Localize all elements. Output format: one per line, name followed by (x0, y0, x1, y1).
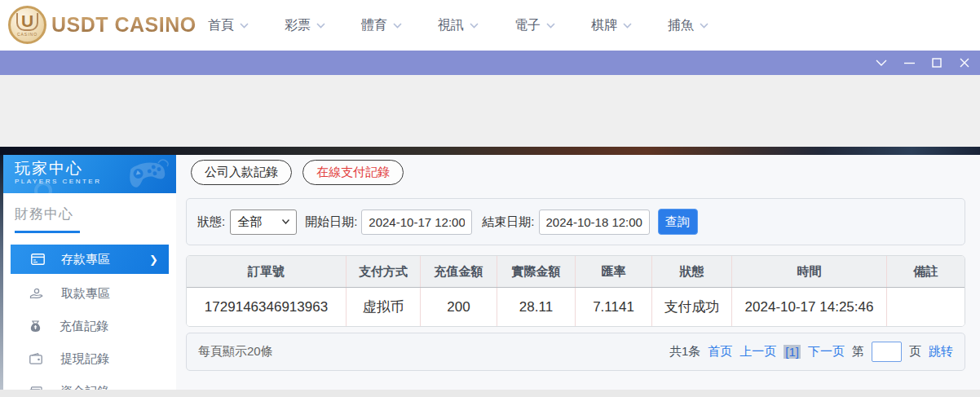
pagination-controls: 共1条 首页 上一页 [1] 下一页 第 页 跳转 (669, 342, 953, 362)
col-header-remark: 備註 (887, 256, 965, 287)
blank-banner-area (0, 75, 980, 147)
sidebar-item-deposit-zone[interactable]: 存款專區 ❯ (11, 245, 169, 274)
nav-label: 棋牌 (591, 17, 617, 34)
first-page-link[interactable]: 首页 (708, 344, 732, 360)
jump-prefix-text: 第 (852, 344, 864, 360)
records-table: 訂單號 支付方式 充值金額 實際金額 匯率 狀態 時間 備註 172914634… (186, 255, 965, 327)
top-navbar: U CASINO USDT CASINO 首頁 彩票 體育 視訊 (0, 0, 980, 51)
table-row: 1729146346913963 虚拟币 200 28.11 7.1141 支付… (187, 288, 965, 326)
sidebar-item-recharge-records[interactable]: 充值記錄 (3, 310, 176, 342)
prev-page-link[interactable]: 上一页 (739, 344, 776, 360)
sidebar-header: 玩家中心 PLAYERS CENTER (3, 155, 176, 193)
nav-label: 彩票 (285, 17, 311, 34)
logo[interactable]: U CASINO USDT CASINO (8, 6, 196, 44)
table-header-row: 訂單號 支付方式 充值金額 實際金額 匯率 狀態 時間 備註 (187, 256, 965, 288)
content-area: 玩家中心 PLAYERS CENTER (0, 155, 980, 390)
col-header-recharge-amount: 充值金額 (421, 256, 497, 287)
nav-label: 電子 (514, 17, 541, 34)
logo-icon: U CASINO (8, 6, 46, 44)
chevron-down-icon (316, 23, 325, 29)
status-select[interactable]: 全部 (230, 210, 297, 235)
sidebar-menu: 取款專區 充值記錄 提現記錄 (3, 277, 176, 397)
sidebar-section: 財務中心 (3, 193, 176, 233)
chevron-down-icon (240, 23, 249, 29)
col-header-actual-amount: 實際金額 (497, 256, 576, 287)
nav-label: 視訊 (438, 17, 464, 34)
sidebar-item-label: 充值記錄 (60, 319, 108, 334)
tab-online-payment-records[interactable]: 在線支付記錄 (302, 160, 404, 185)
decorative-divider (0, 147, 980, 155)
chevron-down-icon (700, 23, 709, 29)
remark-cell (887, 288, 965, 326)
page-jump-input[interactable] (872, 342, 902, 362)
search-button[interactable]: 查詢 (658, 209, 698, 235)
time-cell: 2024-10-17 14:25:46 (732, 288, 887, 326)
nav-label: 體育 (361, 17, 387, 34)
status-cell: 支付成功 (652, 288, 732, 326)
status-selected-value: 全部 (237, 214, 262, 230)
money-bag-icon (29, 320, 42, 333)
pagination-bar: 每頁顯示20條 共1条 首页 上一页 [1] 下一页 第 页 跳转 (186, 333, 965, 371)
col-header-status: 狀態 (652, 256, 732, 287)
window-controls (876, 51, 970, 75)
next-page-link[interactable]: 下一页 (808, 344, 845, 360)
sidebar-item-label: 取款專區 (61, 286, 110, 302)
exchange-rate-cell: 7.1141 (576, 288, 652, 326)
maximize-icon[interactable] (931, 57, 942, 68)
actual-amount-cell: 28.11 (497, 288, 576, 326)
nav-item-home[interactable]: 首頁 (208, 17, 249, 34)
col-header-time: 時間 (732, 256, 887, 287)
page-size-text: 每頁顯示20條 (198, 344, 273, 360)
chevron-down-icon (393, 23, 402, 29)
bottom-scroll-strip[interactable] (0, 390, 980, 397)
wallet-icon (29, 353, 42, 364)
nav-label: 捕魚 (668, 17, 694, 34)
filter-bar: 狀態: 全部 開始日期: 結束日期: 查詢 (186, 198, 965, 245)
bank-card-icon (31, 254, 45, 265)
logo-letter: U (16, 13, 38, 31)
sidebar-item-withdrawal-records[interactable]: 提現記錄 (3, 342, 176, 375)
nav-item-fishing[interactable]: 捕魚 (668, 17, 709, 34)
logo-sub-text: CASINO (17, 32, 38, 37)
nav-item-slots[interactable]: 電子 (514, 17, 555, 34)
page: U CASINO USDT CASINO 首頁 彩票 體育 視訊 (0, 0, 980, 397)
close-icon[interactable] (959, 57, 970, 68)
chevron-down-icon (546, 23, 555, 29)
nav-item-lottery[interactable]: 彩票 (285, 17, 325, 34)
start-date-input[interactable] (361, 210, 472, 235)
brand-name: USDT CASINO (51, 13, 196, 37)
col-header-payment-method: 支付方式 (347, 256, 421, 287)
record-tabs: 公司入款記錄 在線支付記錄 (191, 160, 404, 185)
current-page-badge: [1] (784, 345, 801, 359)
recharge-amount-cell: 200 (421, 288, 497, 326)
section-underline (15, 231, 80, 233)
col-header-order-no: 訂單號 (187, 256, 347, 287)
jump-action-link[interactable]: 跳转 (929, 344, 953, 360)
status-label: 狀態: (197, 214, 225, 230)
minimize-icon[interactable] (903, 57, 915, 68)
main-nav: 首頁 彩票 體育 視訊 電子 棋牌 (208, 0, 709, 51)
window-titlebar (0, 51, 980, 75)
sidebar-item-label: 存款專區 (61, 252, 110, 267)
hand-money-icon (29, 288, 43, 299)
nav-item-sports[interactable]: 體育 (361, 17, 402, 34)
sidebar-item-label: 提現記錄 (60, 351, 109, 367)
order-no-cell: 1729146346913963 (187, 288, 347, 326)
col-header-exchange-rate: 匯率 (576, 256, 652, 287)
chevron-down-icon (623, 23, 632, 29)
nav-item-chess-cards[interactable]: 棋牌 (591, 17, 632, 34)
sidebar-item-withdraw-zone[interactable]: 取款專區 (3, 277, 176, 310)
sidebar-section-label: 財務中心 (15, 205, 176, 223)
chevron-down-icon (470, 23, 479, 29)
total-count-text: 共1条 (669, 344, 700, 360)
nav-item-live-video[interactable]: 視訊 (438, 17, 479, 34)
start-date-label: 開始日期: (305, 214, 357, 230)
end-date-input[interactable] (539, 210, 650, 235)
select-arrow-icon (282, 219, 289, 224)
collapse-chevron-icon[interactable] (876, 57, 887, 68)
payment-method-cell: 虚拟币 (347, 288, 421, 326)
tab-company-deposit-records[interactable]: 公司入款記錄 (191, 160, 292, 185)
chevron-right-icon: ❯ (149, 254, 158, 266)
gamepad-icon (121, 157, 171, 192)
jump-suffix-text: 页 (909, 344, 921, 360)
